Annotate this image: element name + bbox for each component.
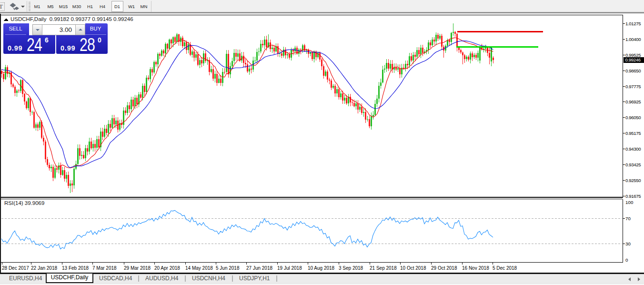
- svg-text:30: 30: [625, 241, 631, 246]
- svg-text:16 Nov 2018: 16 Nov 2018: [462, 265, 489, 271]
- svg-text:USDCHF,Daily 0.99182 0.99377: USDCHF,Daily 0.99182 0.99377 0.99145 0.9…: [10, 16, 133, 22]
- svg-text:0.99525: 0.99525: [625, 52, 641, 58]
- svg-text:10 Oct 2018: 10 Oct 2018: [400, 265, 426, 271]
- svg-text:0: 0: [625, 257, 628, 263]
- svg-text:0.96050: 0.96050: [625, 115, 641, 120]
- svg-text:0.97775: 0.97775: [625, 84, 641, 89]
- svg-text:29 Mar 2018: 29 Mar 2018: [124, 265, 151, 271]
- svg-text:70: 70: [625, 216, 631, 221]
- svg-text:13 Feb 2018: 13 Feb 2018: [62, 265, 89, 271]
- svg-text:3 Sep 2018: 3 Sep 2018: [339, 265, 363, 271]
- svg-text:0.92550: 0.92550: [625, 178, 641, 183]
- svg-text:5 Jun 2018: 5 Jun 2018: [216, 265, 240, 271]
- svg-text:10 Aug 2018: 10 Aug 2018: [308, 265, 335, 271]
- svg-text:1.01275: 1.01275: [625, 21, 641, 26]
- svg-text:20 Apr 2018: 20 Apr 2018: [154, 265, 180, 271]
- svg-text:14 May 2018: 14 May 2018: [185, 265, 213, 271]
- svg-text:0.93425: 0.93425: [625, 162, 641, 167]
- svg-text:0.91675: 0.91675: [625, 193, 641, 199]
- svg-text:22 Jan 2018: 22 Jan 2018: [31, 265, 57, 271]
- svg-text:27 Jun 2018: 27 Jun 2018: [246, 265, 272, 271]
- svg-text:RSI(14) 39.9069: RSI(14) 39.9069: [4, 200, 44, 206]
- svg-text:100: 100: [625, 200, 634, 205]
- svg-text:7 Mar 2018: 7 Mar 2018: [92, 265, 117, 271]
- svg-text:5 Dec 2018: 5 Dec 2018: [493, 265, 517, 271]
- svg-text:0.95175: 0.95175: [625, 131, 641, 136]
- svg-text:0.98650: 0.98650: [625, 68, 641, 73]
- svg-text:0.94300: 0.94300: [625, 146, 641, 152]
- svg-text:21 Sep 2018: 21 Sep 2018: [370, 265, 397, 271]
- svg-text:29 Oct 2018: 29 Oct 2018: [431, 265, 457, 271]
- svg-text:1.00400: 1.00400: [625, 37, 641, 42]
- svg-text:19 Jul 2018: 19 Jul 2018: [277, 265, 302, 271]
- svg-text:28 Dec 2017: 28 Dec 2017: [2, 265, 29, 271]
- svg-text:0.96925: 0.96925: [625, 99, 641, 104]
- svg-text:0.99246: 0.99246: [625, 57, 641, 62]
